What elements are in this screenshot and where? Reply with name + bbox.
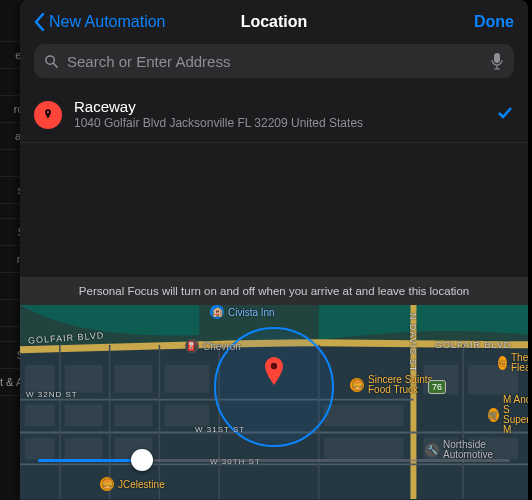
road-label: GOLFAIR BLVD — [435, 340, 511, 350]
road-label: W 32ND ST — [26, 390, 78, 399]
modal-header: New Automation Location Done — [20, 0, 528, 44]
checkmark-icon — [496, 104, 514, 126]
search-field[interactable] — [34, 44, 514, 78]
svg-rect-2 — [494, 53, 500, 63]
geofence-radius-slider[interactable] — [38, 448, 510, 472]
road-label: W 31ST ST — [195, 425, 245, 434]
svg-rect-26 — [324, 405, 404, 427]
location-result-row[interactable]: Raceway 1040 Golfair Blvd Jacksonville F… — [20, 88, 528, 143]
back-button[interactable]: New Automation — [34, 13, 166, 31]
svg-rect-21 — [115, 405, 153, 427]
map-poi[interactable]: 🏨Civista Inn — [210, 305, 275, 319]
back-label: New Automation — [49, 13, 166, 31]
center-location-pin-icon — [263, 357, 285, 387]
chevron-left-icon — [34, 13, 45, 31]
map-poi[interactable]: 🍔JCelestine — [100, 477, 165, 491]
food-icon: 🍔 — [100, 477, 114, 491]
store-icon: 🛒 — [488, 408, 499, 422]
svg-rect-16 — [65, 365, 103, 393]
svg-rect-19 — [25, 405, 55, 427]
svg-rect-20 — [65, 405, 103, 427]
result-subtitle: 1040 Golfair Blvd Jacksonville FL 32209 … — [74, 116, 484, 132]
svg-rect-15 — [25, 365, 55, 393]
road-label: N DAVIS ST — [408, 313, 418, 372]
dictate-icon[interactable] — [490, 52, 504, 70]
store-icon: 🛍 — [498, 356, 507, 370]
search-icon — [44, 54, 59, 69]
route-shield: 76 — [428, 380, 446, 394]
map-pin-icon — [34, 101, 62, 129]
map-poi[interactable]: ⛽Chevron — [185, 339, 241, 353]
fuel-icon: ⛽ — [185, 339, 199, 353]
map-poi[interactable]: 🛒M And S Super M — [488, 395, 528, 435]
svg-line-1 — [54, 63, 58, 67]
svg-rect-22 — [164, 405, 209, 427]
svg-rect-18 — [164, 365, 209, 393]
lodging-icon: 🏨 — [210, 305, 224, 319]
slider-fill — [38, 459, 142, 462]
food-icon: 🍔 — [350, 378, 364, 392]
svg-point-32 — [271, 363, 277, 369]
info-banner: Personal Focus will turn on and off when… — [20, 277, 528, 305]
map-poi[interactable]: 🛍The Flea — [498, 353, 528, 373]
slider-thumb[interactable] — [131, 449, 153, 471]
map-poi[interactable]: 🍔Sincere Saints Food Truck — [350, 375, 433, 395]
map-view[interactable]: GOLFAIR BLVD GOLFAIR BLVD N DAVIS ST W 3… — [20, 305, 528, 500]
search-input[interactable] — [67, 53, 482, 70]
svg-rect-17 — [115, 365, 153, 393]
slider-track — [38, 459, 510, 462]
location-modal: New Automation Location Done Raceway 104… — [20, 0, 528, 500]
done-button[interactable]: Done — [474, 13, 514, 31]
result-title: Raceway — [74, 98, 484, 116]
